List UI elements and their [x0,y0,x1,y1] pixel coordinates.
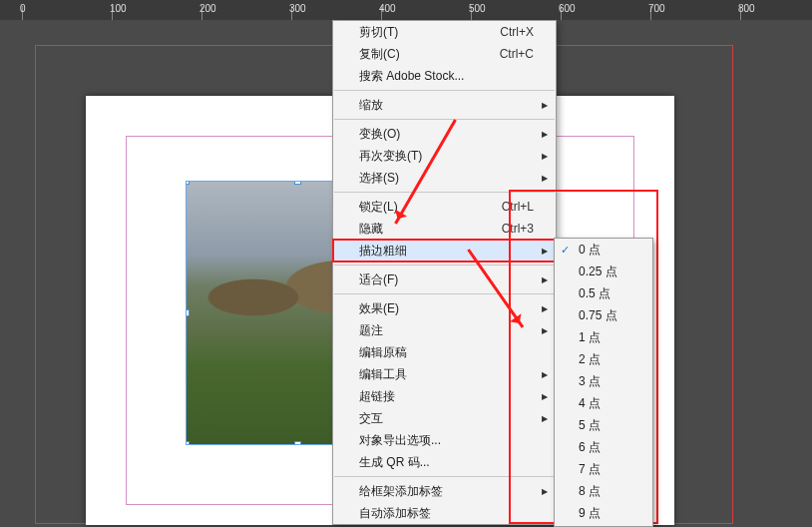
ruler-mark: 700 [648,3,665,14]
menu-item-复制c[interactable]: 复制(C)Ctrl+C [333,43,556,65]
ruler-mark: 100 [110,3,127,14]
ruler-mark: 300 [289,3,306,14]
menu-item-生成qr码[interactable]: 生成 QR 码... [333,451,556,473]
stroke-weight-submenu: ✓0 点0.25 点0.5 点0.75 点1 点2 点3 点4 点5 点6 点7… [554,238,653,527]
menu-label: 自动添加标签 [359,505,431,522]
menu-item-给框架添加标签[interactable]: 给框架添加标签 [333,480,556,502]
menu-label: 交互 [359,410,383,427]
menu-item-超链接[interactable]: 超链接 [333,385,556,407]
menu-item-描边粗细[interactable]: 描边粗细 [333,240,556,262]
ruler-mark: 0 [20,3,26,14]
menu-item-隐藏[interactable]: 隐藏Ctrl+3 [333,218,556,240]
menu-separator [334,90,555,91]
stroke-option-label: 2 点 [579,351,601,368]
menu-label: 题注 [359,322,383,339]
stroke-option-8点[interactable]: 8 点 [555,480,652,502]
ruler-mark: 200 [200,3,216,14]
stroke-option-0.75点[interactable]: 0.75 点 [555,304,652,326]
menu-label: 效果(E) [359,300,399,317]
menu-item-编辑工具[interactable]: 编辑工具 [333,363,556,385]
menu-label: 描边粗细 [359,243,407,260]
menu-label: 编辑原稿 [359,344,407,361]
menu-shortcut: Ctrl+C [500,47,534,61]
menu-item-适合f[interactable]: 适合(F) [333,268,556,290]
selection-handle[interactable] [294,441,301,445]
menu-item-交互[interactable]: 交互 [333,407,556,429]
menu-shortcut: Ctrl+3 [502,222,534,236]
stroke-option-label: 1 点 [579,329,601,346]
menu-label: 再次变换(T) [359,148,422,165]
menu-separator [334,192,555,193]
stroke-option-0点[interactable]: ✓0 点 [555,239,652,261]
ruler-mark: 500 [469,3,486,14]
stroke-option-6点[interactable]: 6 点 [555,436,652,458]
menu-item-自动添加标签[interactable]: 自动添加标签 [333,502,556,524]
menu-separator [334,264,555,265]
ruler-mark: 400 [379,3,396,14]
menu-label: 隐藏 [359,221,383,238]
menu-label: 变换(O) [359,126,400,143]
menu-label: 生成 QR 码... [359,454,430,471]
menu-item-选择s[interactable]: 选择(S) [333,167,556,189]
stroke-option-4点[interactable]: 4 点 [555,392,652,414]
selection-handle[interactable] [186,181,190,185]
menu-label: 编辑工具 [359,366,407,383]
menu-label: 适合(F) [359,271,398,288]
selection-handle[interactable] [186,441,190,445]
menu-label: 对象导出选项... [359,432,441,449]
stroke-option-label: 8 点 [579,483,601,500]
check-icon: ✓ [561,244,570,257]
menu-label: 选择(S) [359,170,399,187]
stroke-option-label: 4 点 [579,395,601,412]
menu-label: 剪切(T) [359,24,398,41]
stroke-option-2点[interactable]: 2 点 [555,348,652,370]
stroke-option-label: 6 点 [579,439,601,456]
stroke-option-label: 0.25 点 [579,264,617,280]
menu-label: 给框架添加标签 [359,483,443,500]
menu-item-编辑原稿[interactable]: 编辑原稿 [333,341,556,363]
selection-handle[interactable] [294,181,301,185]
stroke-option-label: 7 点 [579,461,601,478]
stroke-option-label: 5 点 [579,417,601,434]
horizontal-ruler[interactable]: 0 100 200 300 400 500 600 700 800 [0,0,812,20]
stroke-option-label: 9 点 [579,505,601,522]
menu-shortcut: Ctrl+L [502,200,534,214]
stroke-option-label: 0 点 [579,242,601,259]
stroke-option-0.25点[interactable]: 0.25 点 [555,261,652,282]
menu-separator [334,119,555,120]
stroke-option-1点[interactable]: 1 点 [555,326,652,348]
stroke-option-0.5点[interactable]: 0.5 点 [555,282,652,304]
menu-separator [334,476,555,477]
menu-item-再次变换t[interactable]: 再次变换(T) [333,145,556,167]
menu-separator [334,293,555,294]
menu-item-对象导出选项[interactable]: 对象导出选项... [333,429,556,451]
stroke-option-label: 3 点 [579,373,601,390]
context-menu: 剪切(T)Ctrl+X复制(C)Ctrl+C搜索 Adobe Stock...缩… [332,20,557,525]
stroke-option-label: 0.5 点 [579,285,610,302]
menu-label: 搜索 Adobe Stock... [359,68,464,85]
stroke-option-7点[interactable]: 7 点 [555,458,652,480]
ruler-mark: 800 [738,3,755,14]
stroke-option-3点[interactable]: 3 点 [555,370,652,392]
menu-item-缩放[interactable]: 缩放 [333,94,556,116]
menu-label: 复制(C) [359,46,400,63]
menu-item-搜索adobestock[interactable]: 搜索 Adobe Stock... [333,65,556,87]
menu-label: 缩放 [359,97,383,114]
menu-item-剪切t[interactable]: 剪切(T)Ctrl+X [333,21,556,43]
menu-shortcut: Ctrl+X [500,25,534,39]
stroke-option-label: 0.75 点 [579,307,617,324]
selection-handle[interactable] [186,309,190,316]
ruler-mark: 600 [559,3,576,14]
stroke-option-5点[interactable]: 5 点 [555,414,652,436]
menu-item-锁定l[interactable]: 锁定(L)Ctrl+L [333,196,556,218]
menu-label: 超链接 [359,388,395,405]
stroke-option-9点[interactable]: 9 点 [555,502,652,524]
